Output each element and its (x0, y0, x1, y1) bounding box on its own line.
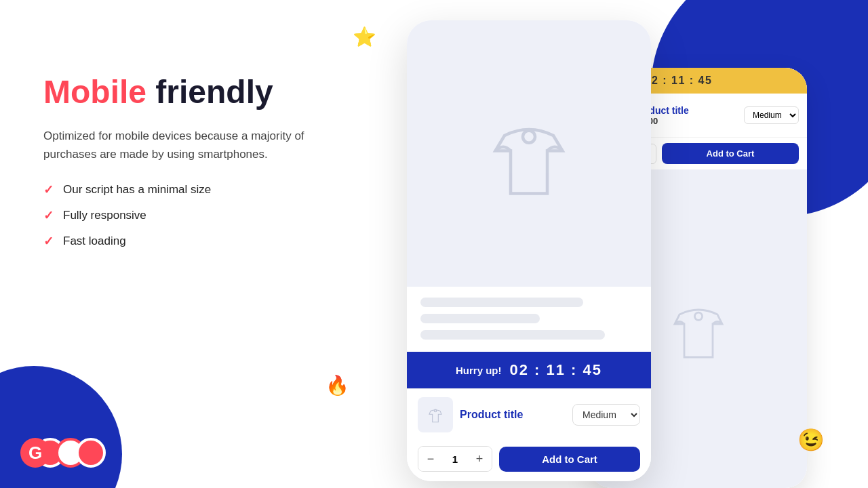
product-title: Product title (460, 408, 566, 421)
variant-select[interactable]: Medium Small Large (572, 404, 640, 426)
feature-item-3: ✓ Fast loading (43, 234, 382, 249)
headline: Mobile friendly (43, 75, 382, 110)
phones-area: Hurry up! 02 : 11 : 45 Product title $18… (387, 0, 868, 488)
text-placeholders (407, 287, 651, 352)
text-bar-2 (420, 314, 540, 323)
hurry-label: Hurry up! (456, 365, 502, 376)
phone-screen: Hurry up! 02 : 11 : 45 Product title Med… (407, 20, 651, 481)
qty-minus-button[interactable]: − (418, 447, 443, 471)
hurry-bar: Hurry up! 02 : 11 : 45 (407, 352, 651, 388)
svg-rect-3 (423, 403, 448, 427)
logo-letter: G (20, 438, 50, 468)
text-bar-3 (420, 330, 605, 340)
fire-emoji: 🔥 (326, 374, 349, 396)
svg-point-1 (694, 312, 702, 320)
feature-text-1: Our script has a minimal size (63, 183, 211, 197)
back-variant-select[interactable]: Medium Small Large (744, 106, 799, 124)
feature-list: ✓ Our script has a minimal size ✓ Fully … (43, 182, 382, 249)
logo: G (20, 438, 106, 468)
description: Optimized for mobile devices because a m… (43, 127, 328, 163)
feature-item-1: ✓ Our script has a minimal size (43, 182, 382, 197)
add-to-cart-button[interactable]: Add to Cart (499, 447, 640, 472)
logo-circle-3 (76, 438, 106, 468)
svg-point-2 (523, 130, 535, 142)
feature-text-3: Fast loading (63, 235, 126, 248)
back-hurry-time: 02 : 11 : 45 (645, 75, 713, 87)
headline-mobile: Mobile (43, 74, 146, 110)
qty-plus-button[interactable]: + (467, 447, 492, 471)
back-add-to-cart-button[interactable]: Add to Cart (662, 143, 799, 164)
product-bar: Product title Medium Small Large (407, 388, 651, 441)
feature-text-2: Fully responsive (63, 209, 146, 222)
check-icon-3: ✓ (43, 234, 54, 249)
text-bar-1 (420, 298, 583, 307)
product-thumb (418, 397, 453, 432)
product-info: Product title (460, 408, 566, 421)
headline-friendly: friendly (146, 74, 273, 110)
hurry-time: 02 : 11 : 45 (509, 361, 602, 379)
bg-circle-bottom (0, 366, 122, 488)
left-content: Mobile friendly Optimized for mobile dev… (43, 75, 382, 249)
check-icon-2: ✓ (43, 208, 54, 223)
product-image-area (407, 20, 651, 287)
qty-value: 1 (443, 453, 467, 465)
qty-add-row: − 1 + Add to Cart (407, 441, 651, 481)
qty-control: − 1 + (418, 446, 492, 472)
wink-emoji: 😉 (797, 427, 825, 453)
check-icon-1: ✓ (43, 182, 54, 197)
feature-item-2: ✓ Fully responsive (43, 208, 382, 223)
phone-main: Hurry up! 02 : 11 : 45 Product title Med… (407, 20, 651, 481)
star-emoji: ⭐ (353, 26, 376, 48)
